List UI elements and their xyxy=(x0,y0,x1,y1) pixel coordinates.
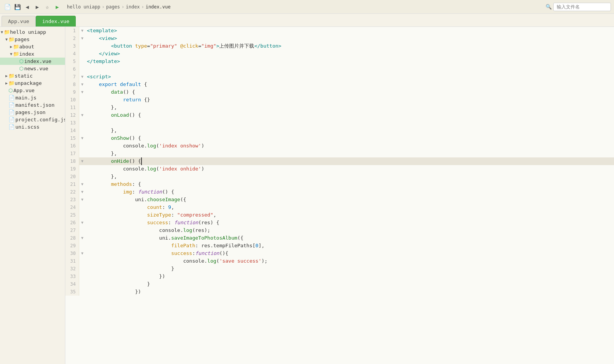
pages-chevron: ▼ xyxy=(5,37,8,41)
unpackage-chevron: ▶ xyxy=(5,81,8,85)
tab-index-vue[interactable]: index.vue xyxy=(36,16,76,26)
fold-15[interactable]: ▼ xyxy=(79,134,85,142)
code-line-8: 8 ▼ export default { xyxy=(65,81,614,88)
uniscss-chevron xyxy=(5,125,8,129)
sidebar-item-main-js[interactable]: 📄 main.js xyxy=(0,94,65,101)
breadcrumb-file[interactable]: index.vue xyxy=(146,4,171,10)
breadcrumb-index[interactable]: index xyxy=(126,4,140,10)
line-content-5: </template> xyxy=(85,58,120,65)
sidebar-item-project-config[interactable]: 📄 project.config.json xyxy=(0,116,65,123)
new-file-icon[interactable]: 📄 xyxy=(3,3,12,11)
line-content-30: success:function(){ xyxy=(85,250,228,257)
sidebar-item-about[interactable]: ▶ 📁 about xyxy=(0,43,65,50)
forward-icon[interactable]: ▶ xyxy=(33,3,42,11)
indexvue-label: index.vue xyxy=(24,58,51,64)
manifest-label: manifest.json xyxy=(15,102,55,108)
indexvue-chevron xyxy=(16,59,18,63)
fold-9[interactable]: ▼ xyxy=(79,88,85,96)
static-chevron: ▶ xyxy=(5,74,8,78)
fold-28[interactable]: ▼ xyxy=(79,234,85,242)
fold-12[interactable]: ▼ xyxy=(79,111,85,119)
appvue-chevron xyxy=(5,88,8,93)
fold-30[interactable]: ▼ xyxy=(79,250,85,257)
line-num-28: 28 xyxy=(65,234,79,242)
code-line-35: 35 }) xyxy=(65,288,614,296)
fold-10 xyxy=(79,96,85,104)
tab-app-vue[interactable]: App.vue xyxy=(2,16,36,26)
uniscss-file-icon: 📄 xyxy=(8,124,15,130)
search-box[interactable]: 🔍 xyxy=(546,3,611,11)
sidebar-item-pages[interactable]: ▼ 📁 pages xyxy=(0,36,65,43)
sidebar-root[interactable]: ▼ 📁 hello uniapp xyxy=(0,28,65,36)
line-content-6 xyxy=(85,65,90,73)
line-content-25: sizeType: "compressed", xyxy=(85,211,216,219)
line-num-1: 1 xyxy=(65,27,79,35)
sidebar-item-app-vue[interactable]: ⬡ App.vue xyxy=(0,87,65,94)
line-num-26: 26 xyxy=(65,219,79,227)
fold-2[interactable]: ▼ xyxy=(79,35,85,42)
line-content-19: console.log('index onhide') xyxy=(85,165,204,173)
line-num-22: 22 xyxy=(65,188,79,196)
fold-3 xyxy=(79,42,85,50)
root-chevron: ▼ xyxy=(1,30,3,34)
sidebar-item-pages-json[interactable]: 📄 pages.json xyxy=(0,109,65,116)
main-layout: ▼ 📁 hello uniapp ▼ 📁 pages ▶ 📁 about ▼ 📁… xyxy=(0,27,614,364)
line-content-2: <view> xyxy=(85,35,117,42)
code-line-4: 4 </view> xyxy=(65,50,614,58)
fold-26[interactable]: ▼ xyxy=(79,219,85,227)
line-content-26: success: function(res) { xyxy=(85,219,219,227)
breadcrumb-project[interactable]: hello uniapp xyxy=(67,4,100,10)
code-line-3: 3 <button type="primary" @click="img">上传… xyxy=(65,42,614,50)
line-num-16: 16 xyxy=(65,142,79,150)
code-line-5: 5 </template> xyxy=(65,58,614,65)
line-content-22: img: function() { xyxy=(85,188,174,196)
sidebar-item-index-vue[interactable]: ⬡ index.vue xyxy=(0,58,65,65)
back-icon[interactable]: ◀ xyxy=(23,3,32,11)
line-content-9: data() { xyxy=(85,88,135,96)
bookmark-icon[interactable]: ☆ xyxy=(43,3,52,11)
fold-21[interactable]: ▼ xyxy=(79,180,85,188)
run-icon[interactable]: ▶ xyxy=(53,3,62,11)
fold-7[interactable]: ▼ xyxy=(79,73,85,81)
code-line-31: 31 console.log('save success'); xyxy=(65,257,614,265)
line-content-17: }, xyxy=(85,150,117,157)
line-num-7: 7 xyxy=(65,73,79,81)
breadcrumb-pages[interactable]: pages xyxy=(106,4,120,10)
sidebar-item-index-folder[interactable]: ▼ 📁 index xyxy=(0,50,65,58)
fold-6 xyxy=(79,65,85,73)
line-content-7: <script> xyxy=(85,73,111,81)
search-input[interactable] xyxy=(553,3,611,11)
sidebar-item-unpackage[interactable]: ▶ 📁 unpackage xyxy=(0,79,65,87)
fold-1[interactable]: ▼ xyxy=(79,27,85,35)
code-editor[interactable]: 1 ▼ <template> 2 ▼ <view> 3 <button type… xyxy=(65,27,614,364)
sidebar-item-news-vue[interactable]: ⬡ news.vue xyxy=(0,65,65,72)
line-num-5: 5 xyxy=(65,58,79,65)
code-line-21: 21 ▼ methods: { xyxy=(65,180,614,188)
line-num-14: 14 xyxy=(65,127,79,134)
sidebar-item-manifest-json[interactable]: 📄 manifest.json xyxy=(0,101,65,109)
code-line-14: 14 }, xyxy=(65,127,614,134)
about-label: about xyxy=(19,44,34,50)
save-icon[interactable]: 💾 xyxy=(13,3,22,11)
sidebar-item-static[interactable]: ▶ 📁 static xyxy=(0,72,65,79)
line-content-8: export default { xyxy=(85,81,147,88)
code-line-11: 11 }, xyxy=(65,104,614,111)
sidebar-item-uni-scss[interactable]: 📄 uni.scss xyxy=(0,123,65,131)
code-line-6: 6 xyxy=(65,65,614,73)
fold-23[interactable]: ▼ xyxy=(79,196,85,204)
fold-22[interactable]: ▼ xyxy=(79,188,85,196)
fold-18[interactable]: ▼ xyxy=(79,157,85,165)
line-content-18: onHide() { xyxy=(85,157,145,165)
top-bar: 📄 💾 ◀ ▶ ☆ ▶ hello uniapp › pages › index… xyxy=(0,0,614,14)
newsvue-file-icon: ⬡ xyxy=(19,66,23,71)
fold-8[interactable]: ▼ xyxy=(79,81,85,88)
line-content-32: } xyxy=(85,265,174,273)
code-line-7: 7 ▼ <script> xyxy=(65,73,614,81)
line-content-27: console.log(res); xyxy=(85,227,210,234)
line-num-2: 2 xyxy=(65,35,79,42)
fold-16 xyxy=(79,142,85,150)
code-line-25: 25 sizeType: "compressed", xyxy=(65,211,614,219)
fold-34 xyxy=(79,280,85,288)
line-num-29: 29 xyxy=(65,242,79,250)
line-num-30: 30 xyxy=(65,250,79,257)
